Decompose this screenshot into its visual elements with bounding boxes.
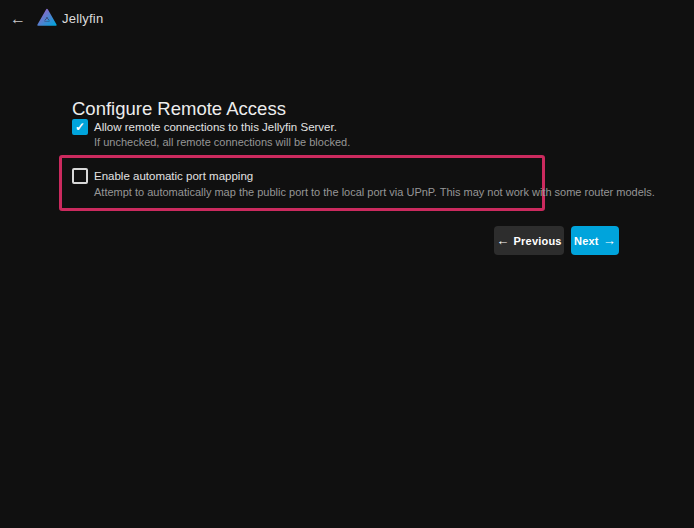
- next-button[interactable]: Next →: [571, 226, 619, 255]
- checkbox-enable-automatic-port-mapping[interactable]: ✓: [72, 168, 88, 184]
- annotation-highlight-box: [59, 155, 545, 211]
- back-arrow-icon: ←: [10, 10, 26, 28]
- arrow-left-icon: ←: [496, 234, 509, 247]
- description-allow-remote-connections: If unchecked, all remote connections wil…: [94, 136, 350, 148]
- arrow-right-icon: →: [603, 234, 616, 247]
- description-enable-automatic-port-mapping: Attempt to automatically map the public …: [94, 186, 655, 198]
- jellyfin-logo-icon: [36, 7, 58, 29]
- label-enable-automatic-port-mapping[interactable]: Enable automatic port mapping: [94, 170, 253, 182]
- next-button-label: Next: [574, 235, 599, 247]
- back-button[interactable]: ←: [6, 7, 30, 31]
- previous-button[interactable]: ← Previous: [494, 226, 564, 255]
- previous-button-label: Previous: [514, 235, 562, 247]
- app-name: Jellyfin: [62, 11, 103, 26]
- page-title: Configure Remote Access: [72, 98, 286, 120]
- app-header: ← Jellyfin: [0, 0, 694, 38]
- label-allow-remote-connections[interactable]: Allow remote connections to this Jellyfi…: [94, 121, 337, 133]
- check-icon: ✓: [75, 121, 85, 133]
- checkbox-allow-remote-connections[interactable]: ✓: [72, 119, 88, 135]
